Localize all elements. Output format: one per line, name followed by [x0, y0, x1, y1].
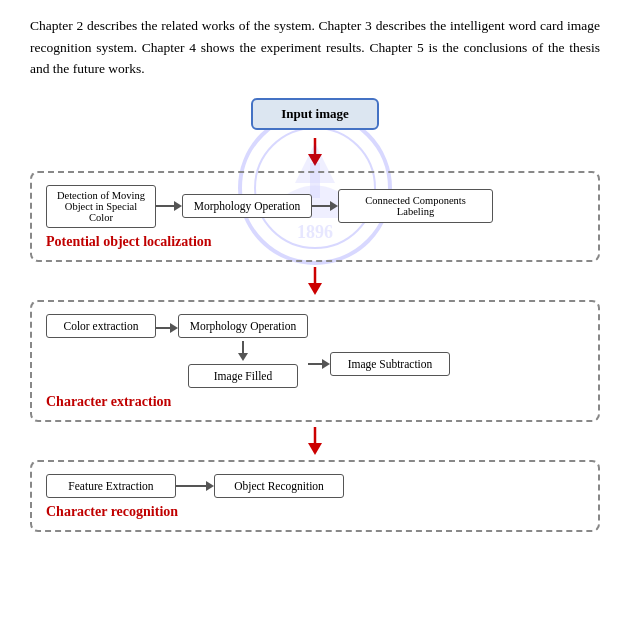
svg-marker-8: [308, 283, 322, 295]
color-extraction-box: Color extraction: [46, 314, 156, 338]
section1-label: Potential object localization: [46, 234, 584, 250]
paragraph-text: Chapter 2 describes the related works of…: [30, 15, 600, 80]
section2-right-col: Image Subtraction: [308, 314, 584, 376]
diagram-area: 1896 Input image Detection of Moving Obj…: [30, 98, 600, 532]
arrow-c1-c2: [156, 323, 178, 333]
input-image-box: Input image: [251, 98, 379, 130]
arrow-filled-subtraction: Image Subtraction: [308, 352, 450, 376]
arrow-morphology-down: [238, 341, 248, 361]
arrow-1-2: [156, 201, 182, 211]
section2-label: Character extraction: [46, 394, 584, 410]
image-filled-box: Image Filled: [188, 364, 298, 388]
section2-mid-col: Morphology Operation Image Filled: [178, 314, 308, 388]
svg-marker-10: [308, 443, 322, 455]
morphology-box2: Morphology Operation: [178, 314, 308, 338]
section2-box: Color extraction Morphology Operation: [30, 300, 600, 422]
image-subtraction-box: Image Subtraction: [330, 352, 450, 376]
section3-box: Feature Extraction Object Recognition Ch…: [30, 460, 600, 532]
arrow-to-section3: [30, 427, 600, 455]
morphology-box1: Morphology Operation: [182, 194, 312, 218]
section3-row: Feature Extraction Object Recognition: [46, 474, 584, 498]
arrow-feat-obj: [176, 481, 214, 491]
section3-label: Character recognition: [46, 504, 584, 520]
connected-components-box: Connected Components Labeling: [338, 189, 493, 223]
feature-extraction-box: Feature Extraction: [46, 474, 176, 498]
section2-left-col: Color extraction: [46, 314, 156, 338]
section1-box: Detection of Moving Object in Special Co…: [30, 171, 600, 262]
object-recognition-box: Object Recognition: [214, 474, 344, 498]
input-image-container: Input image: [30, 98, 600, 130]
arrow-to-section2: [30, 267, 600, 295]
detection-box: Detection of Moving Object in Special Co…: [46, 185, 156, 228]
section1-row: Detection of Moving Object in Special Co…: [46, 185, 584, 228]
section2-top-area: Color extraction Morphology Operation: [46, 314, 584, 388]
arrow-2-3: [312, 201, 338, 211]
